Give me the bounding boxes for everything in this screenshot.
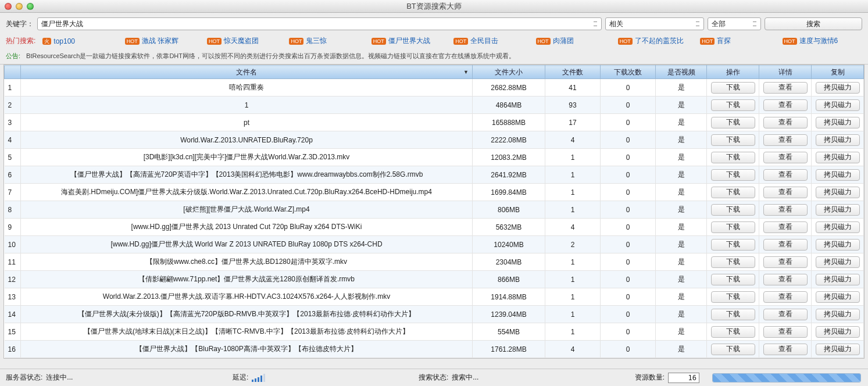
status-bar: 服务器状态: 连接中... 延迟: 搜索状态: 搜索中... 资源数量: 16 bbox=[0, 369, 868, 386]
view-button[interactable]: 查看 bbox=[763, 187, 808, 198]
file-size: 2222.08MB bbox=[473, 131, 545, 149]
copy-magnet-button[interactable]: 拷贝磁力 bbox=[816, 187, 860, 198]
download-button[interactable]: 下载 bbox=[711, 152, 755, 163]
copy-magnet-button[interactable]: 拷贝磁力 bbox=[816, 204, 860, 216]
col-detail[interactable]: 详情 bbox=[759, 66, 812, 79]
action-cell: 拷贝磁力 bbox=[812, 323, 864, 341]
action-cell: 拷贝磁力 bbox=[812, 149, 864, 166]
hot-item-text: 激战 张家辉 bbox=[142, 36, 178, 46]
hot-item[interactable]: HOT全民目击 bbox=[453, 36, 533, 46]
hot-item[interactable]: HOT盲探 bbox=[700, 36, 780, 46]
hot-item[interactable]: HOT僵尸世界大战 bbox=[372, 36, 451, 46]
hot-item[interactable]: HOT了不起的盖茨比 bbox=[618, 36, 698, 46]
col-downloads[interactable]: 下载次数 bbox=[601, 66, 656, 79]
copy-magnet-button[interactable]: 拷贝磁力 bbox=[816, 82, 860, 94]
hot-item[interactable]: 火top100 bbox=[42, 36, 122, 46]
is-video: 是 bbox=[656, 96, 707, 114]
action-cell: 下载 bbox=[707, 236, 759, 253]
hot-item[interactable]: HOT激战 张家辉 bbox=[125, 36, 205, 46]
hot-badge-icon: HOT bbox=[125, 38, 140, 45]
copy-magnet-button[interactable]: 拷贝磁力 bbox=[816, 117, 860, 128]
sort-combo[interactable]: 相关 bbox=[605, 17, 704, 30]
copy-magnet-button[interactable]: 拷贝磁力 bbox=[816, 134, 860, 146]
filter-combo[interactable]: 全部 bbox=[708, 17, 761, 30]
download-button[interactable]: 下载 bbox=[711, 82, 755, 94]
copy-magnet-button[interactable]: 拷贝磁力 bbox=[816, 99, 860, 111]
copy-magnet-button[interactable]: 拷贝磁力 bbox=[816, 291, 860, 303]
download-button[interactable]: 下载 bbox=[711, 326, 755, 338]
copy-magnet-button[interactable]: 拷贝磁力 bbox=[816, 221, 860, 233]
download-button[interactable]: 下载 bbox=[711, 256, 755, 268]
download-button[interactable]: 下载 bbox=[711, 274, 755, 285]
col-size[interactable]: 文件大小 bbox=[473, 66, 545, 79]
file-name: 【倩影翩翩www.71pp.net】僵尸世界大战蓝光1280原创翻译首发.rmv… bbox=[21, 271, 473, 288]
copy-magnet-button[interactable]: 拷贝磁力 bbox=[816, 309, 860, 320]
results-table: 文件名▼ 文件大小 文件数 下载次数 是否视频 操作 详情 复制 1嘻哈四重奏2… bbox=[3, 65, 865, 359]
view-button[interactable]: 查看 bbox=[763, 344, 808, 355]
is-video: 是 bbox=[656, 288, 707, 306]
copy-magnet-button[interactable]: 拷贝磁力 bbox=[816, 152, 860, 163]
col-name[interactable]: 文件名▼ bbox=[21, 66, 473, 79]
view-button[interactable]: 查看 bbox=[763, 239, 808, 251]
hot-item[interactable]: HOT惊天魔盗团 bbox=[207, 36, 287, 46]
sort-desc-icon: ▼ bbox=[463, 69, 469, 75]
copy-magnet-button[interactable]: 拷贝磁力 bbox=[816, 274, 860, 285]
download-count: 0 bbox=[601, 219, 656, 236]
view-button[interactable]: 查看 bbox=[763, 99, 808, 111]
view-button[interactable]: 查看 bbox=[763, 169, 808, 181]
action-cell: 下载 bbox=[707, 341, 759, 358]
hot-item[interactable]: HOT速度与激情6 bbox=[783, 36, 862, 46]
download-button[interactable]: 下载 bbox=[711, 344, 755, 355]
hot-item[interactable]: HOT鬼三惊 bbox=[289, 36, 369, 46]
view-button[interactable]: 查看 bbox=[763, 256, 808, 268]
download-button[interactable]: 下载 bbox=[711, 291, 755, 303]
download-button[interactable]: 下载 bbox=[711, 117, 755, 128]
copy-magnet-button[interactable]: 拷贝磁力 bbox=[816, 326, 860, 338]
row-index: 2 bbox=[5, 96, 21, 114]
copy-magnet-button[interactable]: 拷贝磁力 bbox=[816, 344, 860, 355]
view-button[interactable]: 查看 bbox=[763, 204, 808, 216]
download-button[interactable]: 下载 bbox=[711, 204, 755, 216]
download-button[interactable]: 下载 bbox=[711, 169, 755, 181]
view-button[interactable]: 查看 bbox=[763, 221, 808, 233]
hot-item-text: top100 bbox=[53, 37, 75, 45]
file-size: 866MB bbox=[473, 271, 545, 288]
col-video[interactable]: 是否视频 bbox=[656, 66, 707, 79]
view-button[interactable]: 查看 bbox=[763, 82, 808, 94]
action-cell: 查看 bbox=[759, 131, 812, 149]
view-button[interactable]: 查看 bbox=[763, 326, 808, 338]
view-button[interactable]: 查看 bbox=[763, 291, 808, 303]
col-action[interactable]: 操作 bbox=[707, 66, 759, 79]
download-button[interactable]: 下载 bbox=[711, 187, 755, 198]
action-cell: 拷贝磁力 bbox=[812, 271, 864, 288]
copy-magnet-button[interactable]: 拷贝磁力 bbox=[816, 169, 860, 181]
file-size: 5632MB bbox=[473, 219, 545, 236]
view-button[interactable]: 查看 bbox=[763, 152, 808, 163]
row-index: 15 bbox=[5, 323, 21, 341]
table-row: 7海盗美剧.HDmeiju.COM]僵尸世界大战未分级版.World.War.Z… bbox=[5, 184, 864, 201]
download-button[interactable]: 下载 bbox=[711, 239, 755, 251]
col-files[interactable]: 文件数 bbox=[545, 66, 601, 79]
col-copy[interactable]: 复制 bbox=[812, 66, 864, 79]
copy-magnet-button[interactable]: 拷贝磁力 bbox=[816, 239, 860, 251]
download-button[interactable]: 下载 bbox=[711, 309, 755, 320]
col-index[interactable] bbox=[5, 66, 21, 79]
action-cell: 查看 bbox=[759, 149, 812, 166]
keyword-combo[interactable]: 僵尸世界大战 bbox=[37, 17, 602, 30]
copy-magnet-button[interactable]: 拷贝磁力 bbox=[816, 256, 860, 268]
file-name: 【僵尸世界大战】【BluRay-1080P高清-中英双字】【布拉德皮特大片】 bbox=[21, 341, 473, 358]
download-button[interactable]: 下载 bbox=[711, 99, 755, 111]
download-count: 0 bbox=[601, 201, 656, 219]
view-button[interactable]: 查看 bbox=[763, 309, 808, 320]
download-button[interactable]: 下载 bbox=[711, 134, 755, 146]
file-size: 1699.84MB bbox=[473, 184, 545, 201]
file-name: 【限制级www.che8.cc】僵尸世界大战.BD1280超清中英双字.mkv bbox=[21, 253, 473, 271]
download-button[interactable]: 下载 bbox=[711, 221, 755, 233]
file-name: 【僵尸世界大战(地球末日战)(末日之战)】【清晰TC-RMVB.中字】【2013… bbox=[21, 323, 473, 341]
hot-item[interactable]: HOT肉蒲团 bbox=[536, 36, 616, 46]
view-button[interactable]: 查看 bbox=[763, 134, 808, 146]
view-button[interactable]: 查看 bbox=[763, 274, 808, 285]
search-button[interactable]: 搜索 bbox=[765, 17, 862, 30]
download-count: 0 bbox=[601, 288, 656, 306]
view-button[interactable]: 查看 bbox=[763, 117, 808, 128]
